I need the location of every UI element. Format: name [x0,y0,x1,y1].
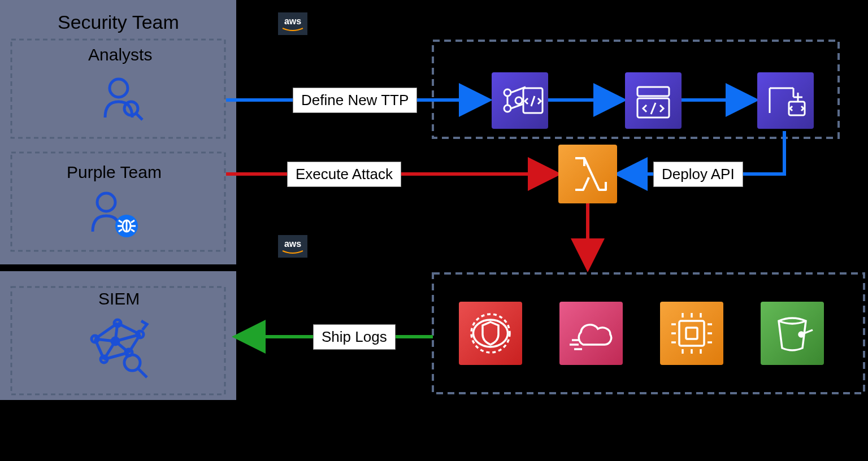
aws-codecommit-icon [492,72,548,129]
execute-attack-label: Execute Attack [287,162,401,187]
svg-rect-9 [625,72,682,129]
aws-codepipeline-icon [757,72,814,129]
ship-logs-label: Ship Logs [313,324,396,350]
security-team-title: Security Team [58,11,179,33]
diagram-svg: aws aws [0,0,868,461]
svg-rect-12 [757,72,814,129]
aws-s3-icon [761,302,824,365]
aws-ec2-icon [660,302,723,365]
aws-codebuild-icon [625,72,682,129]
aws-security-hub-icon [459,302,522,365]
svg-text:aws: aws [284,16,301,26]
deploy-api-label: Deploy API [653,162,743,187]
architecture-diagram: aws aws [0,0,868,461]
analysts-title: Analysts [88,45,152,64]
svg-rect-14 [558,145,617,203]
svg-text:aws: aws [284,239,301,249]
purple-team-title: Purple Team [67,163,162,182]
aws-logo-icon: aws [278,12,307,35]
svg-rect-21 [761,302,824,365]
define-ttp-label: Define New TTP [293,88,417,113]
aws-logo-icon: aws [278,235,307,258]
svg-rect-15 [459,302,522,365]
aws-cloudtrail-icon [559,302,623,365]
siem-title: SIEM [98,289,140,308]
aws-lambda-icon [558,145,617,203]
svg-rect-17 [559,302,623,365]
svg-rect-18 [660,302,723,365]
